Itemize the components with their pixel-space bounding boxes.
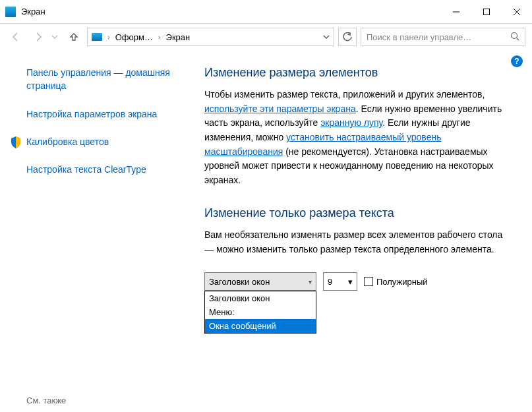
link-display-settings[interactable]: используйте эти параметры экрана [204,103,356,114]
sidebar-cleartype-link[interactable]: Настройка текста ClearType [26,163,192,176]
chevron-down-icon[interactable] [323,32,330,42]
sidebar-color-calibration-link[interactable]: Калибровка цветов [26,135,192,148]
heading-text-size-only: Изменение только размера текста [204,206,519,220]
bold-label: Полужирный [376,277,428,287]
breadcrumb-item[interactable]: Оформ… [115,32,153,42]
back-button[interactable] [7,28,25,46]
navigation-bar: › Оформ… › Экран [0,24,532,50]
svg-line-5 [517,38,519,40]
title-bar: Экран [0,0,532,24]
svg-rect-1 [484,9,490,15]
search-input[interactable] [367,32,510,42]
maximize-button[interactable] [471,0,502,24]
element-type-dropdown[interactable]: Заголовки окон ▾ [204,272,316,291]
address-bar[interactable]: › Оформ… › Экран [87,28,334,46]
minimize-button[interactable] [441,0,471,24]
refresh-button[interactable] [338,28,357,46]
main-content: Изменение размера элементов Чтобы измени… [204,50,532,412]
description-resize-elements: Чтобы изменить размер текста, приложений… [204,88,508,188]
dropdown-option[interactable]: Окна сообщений [205,319,316,333]
bold-checkbox-wrap[interactable]: Полужирный [364,277,428,287]
window-title: Экран [21,7,45,16]
heading-resize-elements: Изменение размера элементов [204,66,519,80]
up-button[interactable] [65,32,83,42]
font-size-dropdown[interactable]: 9 ▾ [323,272,357,291]
display-icon [92,33,102,41]
sidebar-display-settings-link[interactable]: Настройка параметров экрана [26,107,192,121]
description-text-size-only: Вам необязательно изменять размер всех э… [204,228,508,256]
display-app-icon [5,7,16,17]
link-magnifier[interactable]: экранную лупу [320,117,382,128]
forward-button[interactable] [29,28,47,46]
chevron-right-icon: › [107,33,110,41]
see-also-label: См. также [26,396,66,405]
sidebar-home-link[interactable]: Панель управления — домашняя страница [26,66,192,93]
chevron-down-icon: ▾ [309,278,312,285]
bold-checkbox[interactable] [364,277,373,286]
history-dropdown[interactable] [51,32,61,42]
help-icon[interactable]: ? [511,55,523,67]
sidebar: Панель управления — домашняя страница На… [0,50,204,412]
chevron-down-icon: ▾ [348,277,353,287]
text-size-controls: Заголовки окон ▾ Заголовки окон Меню: Ок… [204,272,519,291]
shield-icon [11,136,21,148]
svg-point-4 [512,32,517,38]
chevron-right-icon: › [158,33,161,41]
search-icon [510,32,519,43]
dropdown-option[interactable]: Заголовки окон [205,291,316,305]
breadcrumb-item[interactable]: Экран [166,32,191,42]
element-type-dropdown-list: Заголовки окон Меню: Окна сообщений [204,291,316,334]
dropdown-option[interactable]: Меню: [205,305,316,319]
close-button[interactable] [502,0,532,24]
search-box[interactable] [361,28,525,46]
